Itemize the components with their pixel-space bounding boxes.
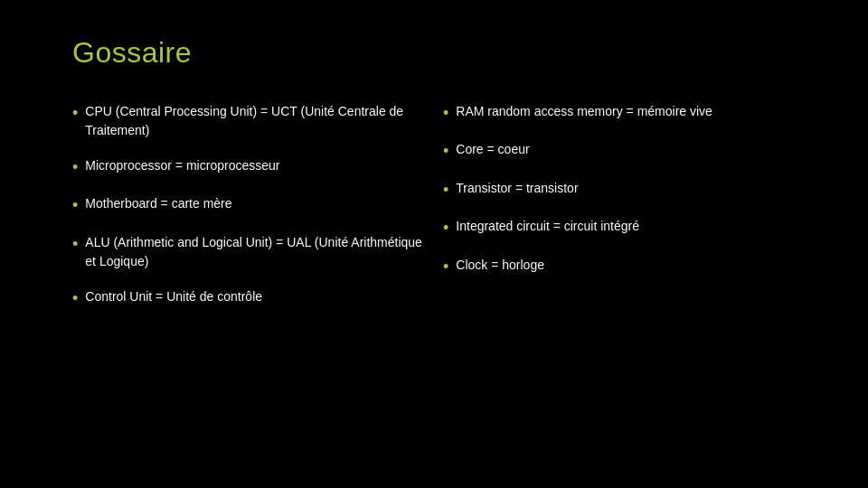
bullet-item-control-unit: • Control Unit = Unité de contrôle <box>72 282 425 314</box>
slide-container: Gossaire • CPU (Central Processing Unit)… <box>0 0 868 488</box>
bullet-text: Microprocessor = microprocesseur <box>85 156 279 175</box>
bullet-dot: • <box>72 288 78 309</box>
bullet-text: Transistor = transistor <box>456 179 578 198</box>
bullet-text: Core = coeur <box>456 140 529 159</box>
bullet-item-microprocessor: • Microprocessor = microprocesseur <box>72 151 425 183</box>
bullet-item-transistor: • Transistor = transistor <box>443 174 796 206</box>
bullet-item-motherboard: • Motherboard = carte mère <box>72 189 425 221</box>
bullet-item-cpu: • CPU (Central Processing Unit) = UCT (U… <box>72 97 425 145</box>
bullet-text: CPU (Central Processing Unit) = UCT (Uni… <box>85 102 425 140</box>
bullet-dot: • <box>72 157 78 178</box>
left-column: • CPU (Central Processing Unit) = UCT (U… <box>72 97 425 452</box>
bullet-dot: • <box>443 180 448 201</box>
bullet-text: Motherboard = carte mère <box>85 194 231 213</box>
bullet-item-ram: • RAM random access memory = mémoire viv… <box>443 97 796 129</box>
content-area: • CPU (Central Processing Unit) = UCT (U… <box>72 97 796 452</box>
bullet-text: Control Unit = Unité de contrôle <box>85 287 262 306</box>
bullet-item-integrated-circuit: • Integrated circuit = circuit intégré <box>443 211 796 244</box>
bullet-dot: • <box>443 103 448 124</box>
bullet-item-clock: • Clock = horloge <box>443 250 796 283</box>
slide-title: Gossaire <box>72 36 796 70</box>
bullet-dot: • <box>72 103 78 124</box>
bullet-item-alu: • ALU (Arithmetic and Logical Unit) = UA… <box>72 228 425 277</box>
bullet-dot: • <box>72 234 78 255</box>
bullet-text: Clock = horloge <box>456 256 544 275</box>
bullet-text: RAM random access memory = mémoire vive <box>456 102 712 121</box>
bullet-dot: • <box>443 257 448 277</box>
bullet-dot: • <box>443 218 448 239</box>
bullet-dot: • <box>72 195 78 216</box>
bullet-text: ALU (Arithmetic and Logical Unit) = UAL … <box>85 233 425 271</box>
right-column: • RAM random access memory = mémoire viv… <box>443 97 796 452</box>
bullet-dot: • <box>443 141 448 162</box>
bullet-text: Integrated circuit = circuit intégré <box>456 217 639 236</box>
bullet-item-core: • Core = coeur <box>443 135 796 167</box>
